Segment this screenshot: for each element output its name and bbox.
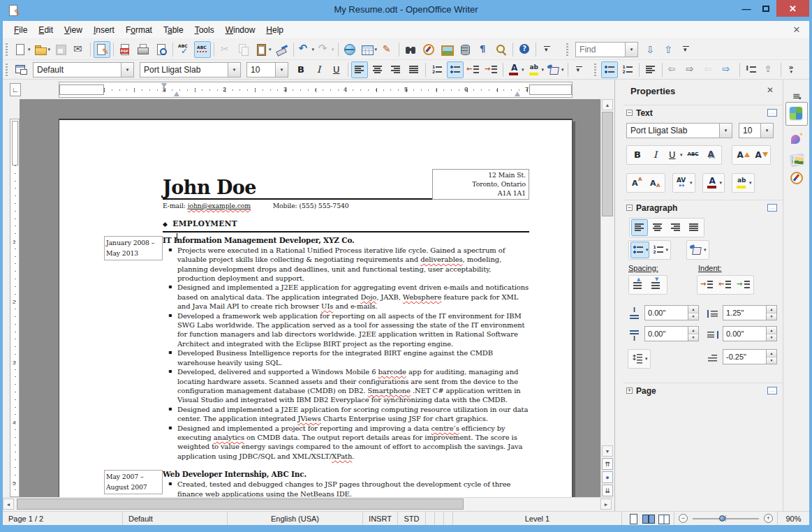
menu-help[interactable]: Help xyxy=(260,22,289,38)
subscript-button[interactable] xyxy=(647,175,663,191)
paragraph-dialog-launcher-icon[interactable] xyxy=(767,204,777,212)
find-toolbar-options-button[interactable] xyxy=(678,41,695,58)
paragraph-section-header[interactable]: Paragraph xyxy=(623,200,783,215)
numbering-on-off-button[interactable] xyxy=(429,61,445,78)
scroll-right-icon[interactable]: ► xyxy=(600,498,612,510)
single-page-view-button[interactable] xyxy=(626,512,639,525)
draw-functions-button[interactable] xyxy=(379,41,396,58)
find-next-button[interactable]: ⇩ xyxy=(642,41,658,58)
align-right-button[interactable] xyxy=(387,61,404,78)
spin-up-icon[interactable]: ▲ xyxy=(767,327,776,334)
decrease-spacing-button[interactable] xyxy=(649,276,665,293)
italic-button[interactable] xyxy=(310,61,327,78)
spin-up-icon[interactable]: ▲ xyxy=(767,306,776,313)
after-indent-input[interactable] xyxy=(723,330,766,338)
toolbar-grip[interactable] xyxy=(6,43,8,56)
character-shadow-button[interactable] xyxy=(703,147,720,163)
open-document-button[interactable]: ▾ xyxy=(33,41,52,58)
gallery-button[interactable] xyxy=(438,41,455,58)
find-input[interactable] xyxy=(576,43,625,56)
find-replace-button[interactable] xyxy=(402,41,419,58)
left-margin-zone[interactable] xyxy=(59,84,104,95)
status-unsaved-indicator[interactable] xyxy=(426,512,435,525)
navigator-button[interactable] xyxy=(420,41,437,58)
decrease-font-size-button[interactable] xyxy=(752,147,769,163)
font-color-button[interactable]: ▾ xyxy=(506,61,525,78)
maximize-button[interactable] xyxy=(756,0,776,17)
decrease-indent-button[interactable] xyxy=(717,276,734,293)
status-signature-indicator[interactable] xyxy=(435,512,444,525)
zoom-slider-thumb[interactable] xyxy=(719,515,725,522)
demote-with-subpoints-button[interactable] xyxy=(720,61,737,78)
status-selection-mode[interactable]: STD xyxy=(398,512,426,525)
spinner-buttons[interactable]: ▲▼ xyxy=(688,306,698,320)
underline-button[interactable] xyxy=(328,61,345,78)
menu-window[interactable]: Window xyxy=(220,22,261,38)
font-name-combo[interactable]: Port Lligat Slab ▾ xyxy=(140,62,241,77)
spin-down-icon[interactable]: ▼ xyxy=(688,313,698,320)
table-button[interactable]: ▾ xyxy=(360,41,378,58)
align-left-button[interactable] xyxy=(351,61,368,78)
no-list-button[interactable] xyxy=(642,61,659,78)
find-toolbar-grip[interactable] xyxy=(566,43,568,56)
increase-font-size-button[interactable] xyxy=(734,147,751,163)
spin-down-icon[interactable]: ▼ xyxy=(767,313,776,320)
zoom-slider[interactable] xyxy=(693,514,759,523)
spellcheck-button[interactable] xyxy=(176,41,193,58)
vertical-ruler[interactable]: 1 2 3 4 5 xyxy=(10,99,20,497)
spinner-buttons[interactable]: ▲▼ xyxy=(766,306,776,320)
panel-close-icon[interactable]: ✕ xyxy=(767,85,774,95)
decrease-indent-button[interactable] xyxy=(465,61,482,78)
status-page-style[interactable]: Default xyxy=(123,512,228,525)
job-body[interactable]: IT Information Management Developer, XYZ… xyxy=(163,236,529,461)
vertical-scrollbar-thumb[interactable] xyxy=(602,112,613,216)
menu-table[interactable]: Table xyxy=(158,22,189,38)
spin-up-icon[interactable]: ▲ xyxy=(688,306,698,313)
left-indent-marker[interactable] xyxy=(174,91,179,96)
text-section-header[interactable]: Text xyxy=(623,105,783,120)
combo-arrow-icon[interactable]: ▾ xyxy=(275,63,288,77)
undo-button[interactable]: ▾ xyxy=(297,41,316,58)
paragraph-style-combo[interactable]: Default ▾ xyxy=(33,62,134,77)
below-spacing-input[interactable] xyxy=(645,330,688,338)
status-page-number[interactable]: Page 1 / 2 xyxy=(3,512,123,525)
align-justify-button[interactable] xyxy=(406,61,422,78)
format-paintbrush-button[interactable] xyxy=(274,41,290,58)
text-dialog-launcher-icon[interactable] xyxy=(767,109,777,117)
promote-with-subpoints-button[interactable] xyxy=(702,61,718,78)
cut-button[interactable] xyxy=(217,41,234,58)
superscript-button[interactable] xyxy=(628,175,645,191)
align-left-button[interactable] xyxy=(631,219,648,236)
numbering-on-off-button[interactable]: ▾ xyxy=(651,242,670,258)
menu-format[interactable]: Format xyxy=(120,22,158,38)
background-color-button[interactable]: ▾ xyxy=(546,61,565,78)
spinner-buttons[interactable]: ▲▼ xyxy=(688,327,698,341)
collapse-icon[interactable] xyxy=(626,110,633,116)
scroll-left-icon[interactable]: ◄ xyxy=(3,498,14,510)
numbering-on-off-button[interactable] xyxy=(619,61,636,78)
previous-page-button[interactable]: ⇈ xyxy=(602,458,613,470)
scroll-up-icon[interactable]: ▲ xyxy=(602,99,613,110)
bullets-on-off-button[interactable] xyxy=(601,61,618,78)
right-indent-marker[interactable] xyxy=(515,91,520,96)
above-spacing-input[interactable] xyxy=(645,309,688,317)
align-justify-button[interactable] xyxy=(686,219,702,236)
collapse-icon[interactable] xyxy=(626,205,633,211)
horizontal-scrollbar[interactable]: ◄ ► xyxy=(3,497,613,510)
find-dropdown-icon[interactable]: ▾ xyxy=(625,43,637,57)
menu-tools[interactable]: Tools xyxy=(189,22,220,38)
title-bar[interactable]: My Resume.odt - OpenOffice Writer — ✕ xyxy=(0,0,812,21)
status-extra-indicator[interactable] xyxy=(444,512,453,525)
bullets-on-off-button[interactable]: ▾ xyxy=(630,242,649,258)
toolbar-overflow-button[interactable] xyxy=(784,61,801,78)
zoom-percentage[interactable]: 90% xyxy=(777,512,809,525)
spin-down-icon[interactable]: ▼ xyxy=(767,334,776,341)
tab-stop-selector[interactable]: ∟ xyxy=(10,83,21,96)
spin-up-icon[interactable]: ▲ xyxy=(767,350,776,357)
toolbar-options-button[interactable] xyxy=(539,41,556,58)
italic-button[interactable] xyxy=(647,147,663,163)
menu-file[interactable]: File xyxy=(8,22,33,38)
toolbar-options-button[interactable] xyxy=(571,61,588,78)
highlighting-button[interactable]: ▾ xyxy=(526,61,545,78)
demote-level-button[interactable] xyxy=(684,61,700,78)
